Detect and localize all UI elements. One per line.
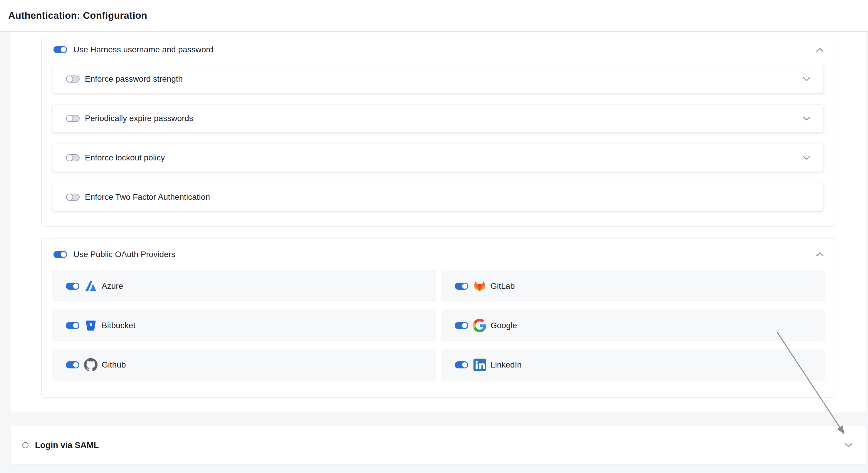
section-oauth-header[interactable]: Use Public OAuth Providers [52,239,824,270]
provider-row-bitbucket: Bitbucket [52,309,436,342]
toggle-knob [461,361,468,369]
provider-row-azure: Azure [52,270,436,302]
provider-row-google: Google [441,309,825,342]
google-toggle[interactable] [455,322,468,329]
page-header: Authentication: Configuration [0,0,868,32]
oauth-providers-grid: Azure GitLab [52,270,824,381]
two-factor-toggle[interactable] [66,194,80,201]
provider-row-github: Github [52,349,436,381]
toggle-knob [66,115,73,122]
toggle-knob [72,322,79,329]
row-label: Periodically expire passwords [85,114,193,123]
provider-label: Google [491,321,517,330]
gitlab-toggle[interactable] [455,283,468,290]
toggle-knob [66,194,73,201]
chevron-down-icon[interactable] [803,156,810,160]
section-username-password-header[interactable]: Use Harness username and password [52,38,824,61]
toggle-knob [66,154,73,161]
chevron-down-icon[interactable] [845,443,852,447]
auth-settings-panel: Use Harness username and password Enforc… [10,32,866,412]
section-label: Use Public OAuth Providers [73,250,175,259]
provider-row-linkedin: LinkedIn [441,349,825,381]
chevron-down-icon[interactable] [803,77,810,82]
github-icon [84,358,97,372]
toggle-knob [60,46,67,53]
section-username-password: Use Harness username and password Enforc… [41,38,835,227]
toggle-knob [72,283,79,290]
row-expire-passwords[interactable]: Periodically expire passwords [52,104,824,132]
row-label: Enforce lockout policy [85,153,165,162]
section-oauth-providers: Use Public OAuth Providers Azure [41,238,835,398]
password-strength-toggle[interactable] [66,75,80,83]
row-label: Enforce Two Factor Authentication [85,192,210,202]
github-toggle[interactable] [66,361,79,369]
google-icon [473,319,487,332]
saml-label: Login via SAML [35,440,99,450]
toggle-knob [461,283,468,290]
password-policy-rows: Enforce password strength Periodically e… [52,65,824,211]
saml-radio[interactable] [22,442,29,448]
chevron-up-icon[interactable] [816,48,824,52]
page-title: Authentication: Configuration [8,10,147,21]
gitlab-icon [473,279,487,293]
username-password-toggle[interactable] [54,46,67,53]
section-label: Use Harness username and password [73,45,213,54]
bitbucket-toggle[interactable] [66,322,79,329]
provider-label: Github [102,360,126,370]
toggle-knob [66,75,73,83]
provider-label: GitLab [491,281,515,291]
toggle-knob [72,361,79,369]
row-label: Enforce password strength [85,74,183,84]
provider-label: Bitbucket [102,321,135,330]
section-login-via-saml[interactable]: Login via SAML [10,426,866,464]
chevron-down-icon[interactable] [803,116,810,121]
provider-label: LinkedIn [491,360,522,370]
azure-icon [84,279,97,293]
provider-row-gitlab: GitLab [441,270,825,302]
azure-toggle[interactable] [66,283,79,290]
lockout-policy-toggle[interactable] [66,154,80,161]
row-enforce-password-strength[interactable]: Enforce password strength [52,65,824,93]
linkedin-toggle[interactable] [455,361,468,369]
row-two-factor-auth[interactable]: Enforce Two Factor Authentication [52,183,824,211]
provider-label: Azure [102,281,123,291]
chevron-up-icon[interactable] [816,252,824,256]
bitbucket-icon [84,319,97,332]
linkedin-icon [473,358,487,372]
toggle-knob [461,322,468,329]
expire-passwords-toggle[interactable] [66,115,80,122]
toggle-knob [60,251,67,258]
oauth-providers-toggle[interactable] [54,251,67,258]
row-lockout-policy[interactable]: Enforce lockout policy [52,144,824,172]
